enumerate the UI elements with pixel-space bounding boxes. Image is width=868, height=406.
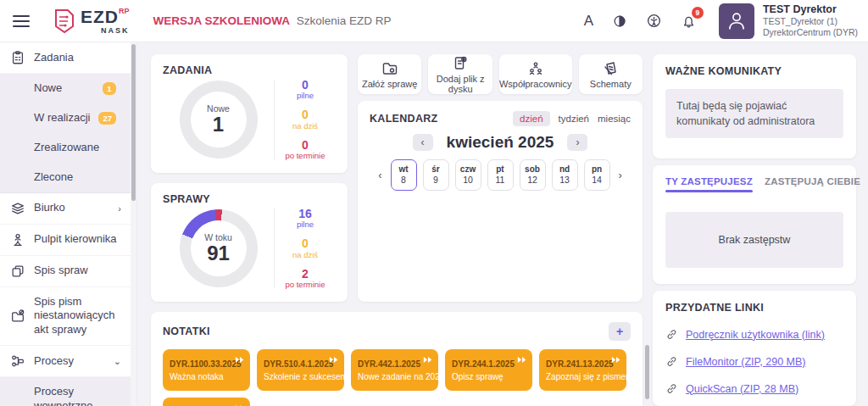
link-filemonitor[interactable]: FileMonitor (ZIP, 290 MB) [686, 356, 805, 368]
main-content: ZADANIA Nowe 1 [137, 42, 868, 406]
file-plus-icon [452, 55, 469, 72]
fast-forward-icon[interactable] [235, 352, 245, 367]
link-item: Podręcznik użytkownika (link) [665, 328, 843, 341]
flow-icon [10, 353, 25, 369]
user-name: TEST Dyrektor [763, 3, 858, 17]
announcements-message: Tutaj będą się pojawiać komunikaty od ad… [665, 89, 843, 138]
menu-icon[interactable] [13, 15, 30, 27]
avatar [719, 3, 754, 39]
sprawy-widget: SPRAWY W toku 91 [151, 183, 348, 302]
version-sublabel: Szkolenia EZD RP [297, 14, 392, 27]
sidebar-item-procesy-wewnetrzne[interactable]: Procesy wewnętrzne [0, 377, 136, 406]
sprawy-donut-chart: W toku 91 [180, 209, 258, 287]
day-pill-pn-14[interactable]: pn14 [584, 159, 610, 191]
sidebar-item-pulpit-kierownika[interactable]: Pulpit kierownika [0, 225, 136, 256]
logo-nask: NASK [81, 27, 130, 35]
fast-forward-icon[interactable] [235, 400, 245, 406]
calendar-view-week[interactable]: tydzień [559, 114, 589, 124]
user-login: TEST_Dyrektor (1) [763, 16, 858, 27]
coworkers-button[interactable]: Współpracownicy [499, 54, 572, 94]
prev-month-button[interactable]: ‹ [413, 134, 433, 151]
layers-icon [10, 201, 25, 216]
version-label: WERSJA SZKOLENIOWA [153, 14, 291, 27]
day-pill-nd-13[interactable]: nd13 [552, 159, 578, 191]
note-card[interactable]: DYR.244.1.2025 Opisz sprawę [445, 349, 532, 391]
fast-forward-icon[interactable] [423, 352, 433, 367]
tab-ty-zastepujesz[interactable]: TY ZASTĘPUJESZ [665, 176, 753, 192]
link-quickscan[interactable]: QuickScan (ZIP, 28 MB) [686, 383, 798, 395]
zadania-title: ZADANIA [163, 64, 336, 76]
sidebar-item-w-realizacji[interactable]: W realizacji 27 [0, 103, 136, 133]
chevron-down-icon: ⌄ [114, 356, 121, 367]
note-card[interactable]: DYR.241.13.2025 Zapoznaj się z pismem [539, 349, 626, 391]
new-case-button[interactable]: Załóż sprawę [358, 54, 421, 94]
calendar-title: KALENDARZ [370, 113, 437, 125]
ezd-dashboard: EZDRP NASK WERSJA SZKOLENIOWA Szkolenia … [0, 0, 868, 406]
fast-forward-icon[interactable] [611, 352, 621, 367]
day-pill-czw-10[interactable]: czw10 [455, 159, 481, 191]
copy-icon [10, 264, 25, 279]
folder-gear-icon [381, 60, 398, 77]
fast-forward-icon[interactable] [517, 352, 527, 367]
stat-pilne: 16pilne [275, 207, 336, 230]
link-item: QuickScan (ZIP, 28 MB) [665, 382, 843, 395]
tab-zastepuja-ciebie[interactable]: ZASTĘPUJĄ CIEBIE [765, 176, 860, 192]
day-pill-sob-12[interactable]: sob12 [520, 159, 546, 191]
announcements-title: WAŻNE KOMUNIKATY [665, 65, 843, 77]
day-pill-wt-8[interactable]: wt8 [391, 159, 417, 191]
sidebar-item-nowe[interactable]: Nowe 1 [0, 74, 136, 103]
sidebar-item-procesy[interactable]: Procesy ⌄ [0, 346, 136, 377]
fast-forward-icon[interactable] [329, 352, 339, 367]
stat-pilne: 0pilne [275, 78, 336, 101]
sprawy-title: SPRAWY [163, 193, 336, 205]
logo-ezd: EZD [81, 7, 119, 26]
sidebar-item-biurko[interactable]: Biurko › [0, 193, 136, 225]
calendar-view-month[interactable]: miesiąc [598, 114, 631, 124]
next-days-icon[interactable]: › [616, 169, 625, 181]
stat-na-dzis: 0na dziś [275, 108, 336, 131]
day-pill-sr-9[interactable]: śr9 [423, 159, 449, 191]
add-file-button[interactable]: Dodaj plik z dysku [428, 54, 492, 94]
link-user-manual[interactable]: Podręcznik użytkownika (link) [686, 329, 825, 341]
schemas-button[interactable]: Schematy [579, 54, 643, 94]
user-unit: DyrektorCentrum (DYR) [763, 27, 858, 38]
font-size-icon[interactable]: A [584, 13, 593, 30]
count-badge: 27 [98, 112, 116, 125]
calendar-view-day[interactable]: dzień [513, 111, 550, 126]
sidebar-scrollbar[interactable] [131, 42, 136, 406]
note-card[interactable]: DYR.442.1.2025 Nowe zadanie na 2025 [351, 349, 438, 391]
sidebar-item-zadania[interactable]: Zadania [0, 42, 136, 74]
prev-days-icon[interactable]: ‹ [376, 169, 384, 181]
notifications-bell-icon[interactable]: 9 [681, 13, 697, 29]
next-month-button[interactable]: › [567, 134, 587, 151]
notes-title: NOTATKI [163, 325, 210, 337]
sidebar-nav: Zadania Nowe 1 W realizacji 27 Zrealizow… [0, 42, 137, 406]
note-card[interactable]: DYR.1100.33.2025 Ważna notaka [163, 349, 250, 391]
sidebar-item-spis-spraw[interactable]: Spis spraw [0, 256, 136, 287]
zadania-widget: ZADANIA Nowe 1 [151, 54, 348, 173]
top-bar: EZDRP NASK WERSJA SZKOLENIOWA Szkolenia … [0, 0, 868, 42]
add-note-button[interactable]: + [609, 322, 631, 341]
contrast-icon[interactable] [612, 14, 627, 29]
accessibility-icon[interactable] [646, 13, 662, 29]
user-menu[interactable]: TEST Dyrektor TEST_Dyrektor (1) Dyrektor… [719, 3, 858, 39]
link-icon [665, 355, 678, 368]
note-card[interactable] [163, 398, 250, 406]
day-pill-pt-11[interactable]: pt11 [487, 159, 514, 191]
content-scrollbar[interactable] [645, 345, 649, 399]
notes-widget: NOTATKI + DYR.1100.33.2025 Ważna notaka … [151, 312, 643, 406]
sidebar-item-spis-pism[interactable]: Spis pism niestanowiących akt sprawy [0, 287, 136, 347]
people-icon [527, 60, 544, 77]
logo-rp: RP [119, 7, 130, 15]
stat-po-terminie: 2po terminie [275, 267, 336, 290]
manager-icon [10, 232, 25, 247]
calendar-month: kwiecień 2025 [447, 133, 554, 152]
announcements-widget: WAŻNE KOMUNIKATY Tutaj będą się pojawiać… [653, 54, 856, 159]
substitutions-widget: TY ZASTĘPUJESZ ZASTĘPUJĄ CIEBIE + Brak z… [653, 165, 856, 284]
zadania-donut-chart: Nowe 1 [180, 81, 258, 159]
sidebar-item-zrealizowane[interactable]: Zrealizowane [0, 133, 136, 163]
quick-actions: Załóż sprawę Dodaj plik z dysku Współpra… [358, 54, 643, 94]
app-logo: EZDRP NASK [53, 8, 130, 35]
note-card[interactable]: DYR.510.4.1.2025 Szkolenie z sukcesem! [257, 349, 344, 391]
sidebar-item-zlecone[interactable]: Zlecone [0, 163, 136, 193]
